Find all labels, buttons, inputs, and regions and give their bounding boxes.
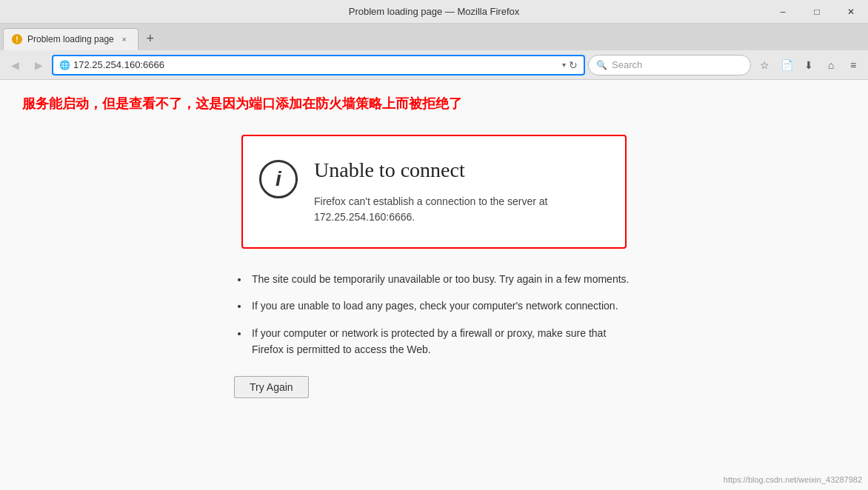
error-description: Firefox can't establish a connection to … xyxy=(314,194,603,225)
active-tab[interactable]: ! Problem loading page × xyxy=(3,28,138,50)
home-button[interactable]: ⌂ xyxy=(821,55,841,75)
globe-icon: 🌐 xyxy=(59,60,70,70)
new-tab-button[interactable]: + xyxy=(140,28,161,49)
error-icon-container: i xyxy=(258,158,299,200)
page-content: 服务能启动，但是查看不了，这是因为端口添加在防火墙策略上而被拒绝了 i Unab… xyxy=(0,80,868,490)
search-icon: 🔍 xyxy=(596,60,607,70)
search-placeholder: Search xyxy=(612,59,642,70)
try-again-button[interactable]: Try Again xyxy=(234,376,309,398)
reload-button[interactable]: ↻ xyxy=(569,59,578,71)
tab-warning-icon: ! xyxy=(11,33,23,45)
download-button[interactable]: ⬇ xyxy=(798,55,819,75)
list-item: The site could be temporarily unavailabl… xyxy=(249,271,634,287)
restore-button[interactable]: □ xyxy=(800,0,834,24)
minimize-button[interactable]: – xyxy=(766,0,800,24)
tab-bar: ! Problem loading page × + xyxy=(0,24,868,50)
reader-view-button[interactable]: 📄 xyxy=(776,55,797,75)
tab-close-button[interactable]: × xyxy=(118,33,130,45)
back-button[interactable]: ◀ xyxy=(4,55,25,75)
bullet-list: The site could be temporarily unavailabl… xyxy=(234,271,634,358)
forward-button[interactable]: ▶ xyxy=(28,55,49,75)
search-bar[interactable]: 🔍 Search xyxy=(588,55,751,75)
bookmark-button[interactable]: ☆ xyxy=(754,55,775,75)
window-controls: – □ ✕ xyxy=(766,0,868,24)
nav-action-buttons: ☆ 📄 ⬇ ⌂ ≡ xyxy=(754,55,864,75)
close-button[interactable]: ✕ xyxy=(834,0,868,24)
tab-label: Problem loading page xyxy=(27,34,114,44)
address-url: 172.25.254.160:6666 xyxy=(73,59,559,70)
nav-bar: ◀ ▶ 🌐 172.25.254.160:6666 ▾ ↻ 🔍 Search ☆… xyxy=(0,50,868,80)
error-content: Unable to connect Firefox can't establis… xyxy=(314,158,603,225)
info-icon: i xyxy=(259,160,298,198)
error-title: Unable to connect xyxy=(314,158,603,182)
address-bar[interactable]: 🌐 172.25.254.160:6666 ▾ ↻ xyxy=(52,55,585,75)
try-again-section: Try Again xyxy=(234,376,634,398)
watermark: https://blog.csdn.net/weixin_43287982 xyxy=(724,475,862,484)
list-item: If your computer or network is protected… xyxy=(249,325,634,358)
list-item: If you are unable to load any pages, che… xyxy=(249,298,634,314)
annotation-text: 服务能启动，但是查看不了，这是因为端口添加在防火墙策略上而被拒绝了 xyxy=(22,95,846,113)
window-title: Problem loading page — Mozilla Firefox xyxy=(349,6,520,17)
menu-button[interactable]: ≡ xyxy=(843,55,864,75)
address-dropdown-icon[interactable]: ▾ xyxy=(562,61,566,69)
title-bar: Problem loading page — Mozilla Firefox –… xyxy=(0,0,868,24)
error-box: i Unable to connect Firefox can't establ… xyxy=(241,135,627,249)
